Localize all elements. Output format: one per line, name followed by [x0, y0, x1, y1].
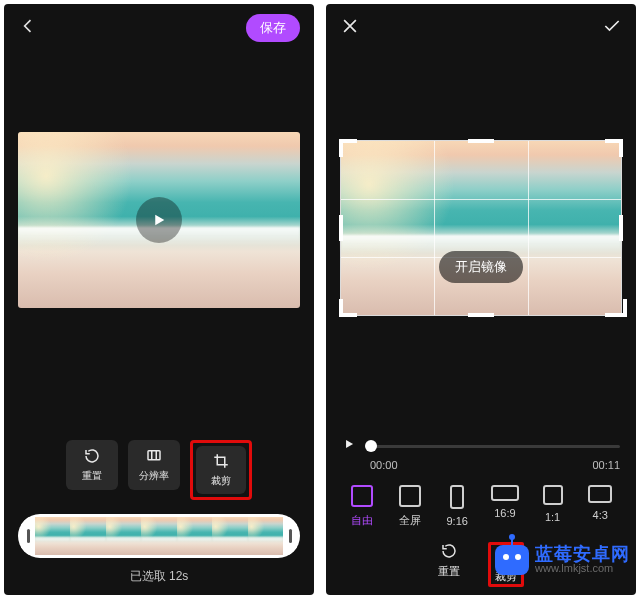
ratio-full-icon — [399, 485, 421, 507]
selected-duration: 已选取 12s — [4, 568, 314, 595]
watermark: 蓝莓安卓网 www.lmkjst.com — [495, 545, 630, 575]
ratio-free-icon — [351, 485, 373, 507]
crop-handle-bottom[interactable] — [468, 313, 494, 317]
timeline-handle-right[interactable] — [283, 517, 297, 555]
back-icon[interactable] — [18, 16, 38, 40]
confirm-icon[interactable] — [602, 16, 622, 40]
reset-button[interactable]: 重置 — [66, 440, 118, 490]
aspect-ratio-row: 自由 全屏 9:16 16:9 1:1 4:3 — [326, 471, 636, 534]
ratio-1-1-label: 1:1 — [545, 511, 560, 523]
ratio-1-1[interactable]: 1:1 — [529, 485, 577, 528]
ratio-full[interactable]: 全屏 — [386, 485, 434, 528]
close-icon[interactable] — [340, 16, 360, 40]
scrub-row — [326, 437, 636, 455]
crop-image — [341, 141, 621, 315]
watermark-title: 蓝莓安卓网 — [535, 545, 630, 564]
crop-label: 裁剪 — [211, 474, 231, 488]
crop-handle-top[interactable] — [468, 139, 494, 143]
timeline-handle-left[interactable] — [21, 517, 35, 555]
timeline[interactable] — [18, 514, 300, 558]
crop-handle-left[interactable] — [339, 215, 343, 241]
reset-label: 重置 — [438, 564, 460, 579]
video-preview[interactable] — [18, 132, 300, 308]
ratio-9-16-icon — [450, 485, 464, 509]
ratio-4-3[interactable]: 4:3 — [576, 485, 624, 528]
play-button[interactable] — [136, 197, 182, 243]
crop-button-highlight: 裁剪 — [190, 440, 252, 500]
crop-button[interactable]: 裁剪 — [196, 446, 246, 494]
video-preview-wrap — [4, 52, 314, 308]
ratio-free[interactable]: 自由 — [338, 485, 386, 528]
resolution-button[interactable]: 分辨率 — [128, 440, 180, 490]
timeline-frames[interactable] — [35, 517, 283, 555]
crop-area[interactable]: 开启镜像 — [340, 140, 622, 316]
play-icon[interactable] — [342, 437, 356, 455]
time-row: 00:00 00:11 — [326, 455, 636, 471]
reset-button[interactable]: 重置 — [438, 542, 460, 579]
watermark-url: www.lmkjst.com — [535, 563, 630, 575]
ratio-free-label: 自由 — [351, 513, 373, 528]
save-button[interactable]: 保存 — [246, 14, 300, 42]
time-start: 00:00 — [370, 459, 398, 471]
ratio-16-9-label: 16:9 — [494, 507, 515, 519]
time-end: 00:11 — [592, 459, 620, 471]
crop-handle-right[interactable] — [619, 215, 623, 241]
ratio-4-3-icon — [588, 485, 612, 503]
editor-screen-left: 保存 重置 分辨率 裁剪 — [4, 4, 314, 595]
scrub-track[interactable] — [366, 445, 620, 448]
ratio-4-3-label: 4:3 — [593, 509, 608, 521]
tool-row: 重置 分辨率 裁剪 — [4, 440, 314, 514]
top-bar: 保存 — [4, 4, 314, 52]
ratio-9-16[interactable]: 9:16 — [433, 485, 481, 528]
ratio-16-9-icon — [491, 485, 519, 501]
crop-screen-right: 开启镜像 00:00 00:11 自由 全屏 9:16 16:9 — [326, 4, 636, 595]
top-bar — [326, 4, 636, 52]
ratio-9-16-label: 9:16 — [446, 515, 467, 527]
watermark-logo — [495, 545, 529, 575]
ratio-full-label: 全屏 — [399, 513, 421, 528]
resolution-label: 分辨率 — [139, 469, 169, 483]
ratio-16-9[interactable]: 16:9 — [481, 485, 529, 528]
mirror-toggle[interactable]: 开启镜像 — [439, 251, 523, 283]
svg-rect-0 — [148, 451, 160, 460]
ratio-1-1-icon — [543, 485, 563, 505]
scrub-thumb[interactable] — [365, 440, 377, 452]
reset-label: 重置 — [82, 469, 102, 483]
